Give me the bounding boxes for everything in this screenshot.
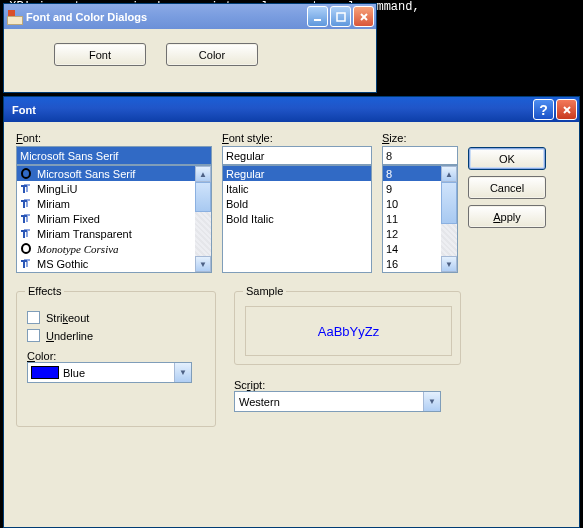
truetype-icon — [20, 228, 33, 239]
chevron-down-icon: ▼ — [428, 397, 436, 406]
font-size-input[interactable] — [382, 146, 458, 165]
list-item-label: Bold — [226, 198, 248, 210]
scroll-up-button[interactable]: ▲ — [441, 166, 457, 182]
list-item[interactable]: MingLiU — [17, 181, 195, 196]
minimize-icon — [313, 12, 323, 22]
list-item[interactable]: 14 — [383, 241, 441, 256]
size-label: Size: — [382, 132, 458, 144]
list-item-label: 12 — [386, 228, 398, 240]
cancel-button-label: Cancel — [490, 182, 524, 194]
script-combo[interactable]: Western ▼ — [234, 391, 441, 412]
color-combo[interactable]: Blue ▼ — [27, 362, 192, 383]
scroll-down-button[interactable]: ▼ — [195, 256, 211, 272]
chevron-down-icon: ▼ — [445, 260, 453, 269]
list-item-label: 11 — [386, 213, 398, 225]
svg-point-6 — [22, 169, 30, 178]
script-combo-button[interactable]: ▼ — [423, 392, 440, 411]
sample-text: AaBbYyZz — [318, 324, 379, 339]
list-item[interactable]: Microsoft Sans Serif — [17, 166, 195, 181]
underline-checkbox[interactable] — [27, 329, 40, 342]
list-item-label: Miriam Fixed — [37, 213, 100, 225]
chevron-up-icon: ▲ — [445, 170, 453, 179]
apply-button-label: Apply — [493, 211, 521, 223]
app-icon — [8, 10, 22, 24]
opentype-icon — [20, 168, 33, 179]
list-item-label: Miriam — [37, 198, 70, 210]
list-item[interactable]: Bold Italic — [223, 211, 371, 226]
list-item[interactable]: Miriam — [17, 196, 195, 211]
scroll-thumb[interactable] — [441, 182, 457, 224]
truetype-icon — [20, 213, 33, 224]
effects-group: Effects Strikeout Underline Color: Blue … — [16, 291, 216, 427]
strikeout-checkbox[interactable] — [27, 311, 40, 324]
help-icon: ? — [539, 102, 548, 118]
strikeout-label: Strikeout — [46, 312, 89, 324]
list-item-label: Italic — [226, 183, 249, 195]
parent-titlebar[interactable]: Font and Color Dialogs — [4, 4, 376, 29]
font-dialog-title-text: Font — [12, 104, 36, 116]
font-dialog-titlebar[interactable]: Font ? — [4, 97, 579, 122]
parent-window: Font and Color Dialogs Font Color — [3, 3, 377, 93]
list-item[interactable]: 16 — [383, 256, 441, 271]
svg-rect-0 — [314, 19, 321, 21]
truetype-icon — [20, 198, 33, 209]
font-button-label: Font — [89, 49, 111, 61]
close-button[interactable] — [353, 6, 374, 27]
font-button[interactable]: Font — [54, 43, 146, 66]
color-swatch — [31, 366, 59, 379]
effects-legend: Effects — [25, 285, 64, 297]
dialog-close-button[interactable] — [556, 99, 577, 120]
list-item[interactable]: Bold — [223, 196, 371, 211]
list-item[interactable]: 11 — [383, 211, 441, 226]
font-dialog: Font ? Font: Microsoft Sans SerifMingLiU… — [3, 96, 580, 528]
list-item[interactable]: Regular — [223, 166, 371, 181]
color-button[interactable]: Color — [166, 43, 258, 66]
font-style-input[interactable] — [222, 146, 372, 165]
svg-rect-1 — [337, 13, 345, 21]
cancel-button[interactable]: Cancel — [468, 176, 546, 199]
list-item[interactable]: Miriam Fixed — [17, 211, 195, 226]
scroll-thumb[interactable] — [195, 182, 211, 212]
list-item[interactable]: Monotype Corsiva — [17, 241, 195, 256]
list-item-label: Microsoft Sans Serif — [37, 168, 135, 180]
list-item-label: MingLiU — [37, 183, 77, 195]
font-name-input[interactable] — [16, 146, 212, 165]
list-item[interactable]: Miriam Transparent — [17, 226, 195, 241]
color-button-label: Color — [199, 49, 225, 61]
ok-button[interactable]: OK — [468, 147, 546, 170]
size-listbox[interactable]: 891011121416 ▲ ▼ — [382, 165, 458, 273]
list-item[interactable]: 10 — [383, 196, 441, 211]
opentype-icon — [20, 243, 33, 254]
chevron-up-icon: ▲ — [199, 170, 207, 179]
list-item[interactable]: 8 — [383, 166, 441, 181]
script-label: Script: — [234, 379, 461, 391]
size-scrollbar[interactable]: ▲ ▼ — [441, 166, 457, 272]
minimize-button[interactable] — [307, 6, 328, 27]
ok-button-label: OK — [499, 153, 515, 165]
list-item[interactable]: 12 — [383, 226, 441, 241]
truetype-icon — [20, 183, 33, 194]
style-listbox[interactable]: RegularItalicBoldBold Italic — [222, 165, 372, 273]
maximize-icon — [336, 12, 346, 22]
font-listbox[interactable]: Microsoft Sans SerifMingLiUMiriamMiriam … — [16, 165, 212, 273]
list-item[interactable]: MS Gothic — [17, 256, 195, 271]
sample-legend: Sample — [243, 285, 286, 297]
help-button[interactable]: ? — [533, 99, 554, 120]
maximize-button[interactable] — [330, 6, 351, 27]
style-label: Font style: — [222, 132, 372, 144]
list-item-label: 14 — [386, 243, 398, 255]
list-item[interactable]: 9 — [383, 181, 441, 196]
scroll-up-button[interactable]: ▲ — [195, 166, 211, 182]
color-combo-button[interactable]: ▼ — [174, 363, 191, 382]
list-item-label: MS Gothic — [37, 258, 88, 270]
color-name: Blue — [63, 367, 174, 379]
sample-box: AaBbYyZz — [245, 306, 452, 356]
list-item[interactable]: Italic — [223, 181, 371, 196]
apply-button[interactable]: Apply — [468, 205, 546, 228]
chevron-down-icon: ▼ — [199, 260, 207, 269]
font-label: Font: — [16, 132, 212, 144]
underline-label: Underline — [46, 330, 93, 342]
font-scrollbar[interactable]: ▲ ▼ — [195, 166, 211, 272]
list-item-label: 9 — [386, 183, 392, 195]
scroll-down-button[interactable]: ▼ — [441, 256, 457, 272]
